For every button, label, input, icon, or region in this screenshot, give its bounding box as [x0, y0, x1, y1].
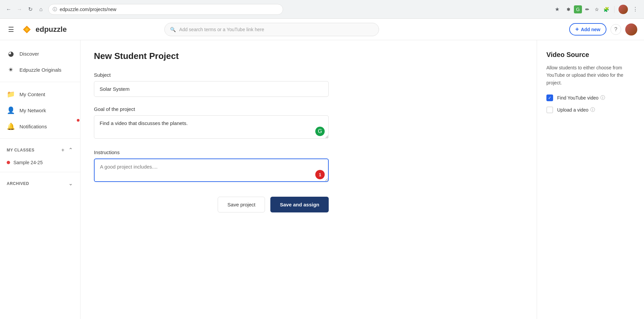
ext-puzzle-icon[interactable]: 🧩	[602, 5, 610, 13]
panel-description: Allow students to either choose from You…	[546, 64, 635, 86]
browser-profile-avatar[interactable]	[619, 5, 628, 14]
folder-icon: 📁	[7, 90, 15, 98]
sidebar-my-content-label: My Content	[19, 91, 45, 97]
bookmark-button[interactable]: ★	[552, 5, 562, 14]
url-text: edpuzzle.com/projects/new	[60, 7, 116, 12]
sample-class-label: Sample 24-25	[13, 160, 43, 165]
instructions-label: Instructions	[94, 149, 329, 155]
page-title: New Student Project	[94, 51, 523, 61]
search-icon: 🔍	[170, 27, 176, 32]
error-badge: 1	[315, 170, 325, 179]
youtube-option: ✓ Find YouTube video ⓘ	[546, 94, 635, 101]
sidebar-originals-label: Edpuzzle Originals	[19, 67, 61, 73]
app-container: ☰ edpuzzle 🔍 + Add new ?	[0, 19, 644, 319]
my-classes-actions: + ⌃	[61, 146, 73, 154]
bell-icon: 🔔	[7, 122, 15, 130]
upload-label: Upload a video ⓘ	[557, 107, 595, 113]
instructions-textarea-wrapper: 1	[94, 158, 329, 183]
youtube-checkbox[interactable]: ✓	[546, 94, 553, 101]
my-classes-header[interactable]: MY CLASSES + ⌃	[0, 143, 80, 157]
content-area: New Student Project Subject Goal of the …	[80, 40, 537, 319]
compass-icon: ◕	[7, 50, 15, 58]
help-icon: ?	[614, 26, 618, 33]
subject-group: Subject	[94, 72, 329, 97]
ext-green-icon[interactable]: G	[574, 5, 582, 13]
sidebar-item-my-content[interactable]: 📁 My Content	[0, 86, 80, 102]
sidebar-divider-3	[0, 172, 80, 172]
browser-chrome: ← → ↻ ⌂ ⓘ edpuzzle.com/projects/new ★ ❄ …	[0, 0, 644, 19]
subject-label: Subject	[94, 72, 329, 78]
logo-text: edpuzzle	[36, 25, 67, 34]
archived-header[interactable]: ARCHIVED ⌄	[0, 176, 80, 191]
class-dot	[7, 161, 10, 164]
grammarly-icon[interactable]: G	[315, 127, 325, 136]
instructions-textarea[interactable]	[94, 158, 329, 182]
upload-option: Upload a video ⓘ	[546, 107, 635, 113]
reload-button[interactable]: ↻	[25, 5, 35, 14]
sidebar-divider-2	[0, 138, 80, 139]
youtube-info-icon[interactable]: ⓘ	[600, 95, 605, 101]
save-and-assign-button[interactable]: Save and assign	[270, 197, 329, 212]
action-buttons: Save project Save and assign	[94, 197, 329, 219]
sample-class-item[interactable]: Sample 24-25	[0, 157, 80, 168]
right-panel: Video Source Allow students to either ch…	[537, 40, 644, 319]
ext-snowflake-icon[interactable]: ❄	[565, 5, 573, 13]
sidebar-discover-label: Discover	[19, 51, 39, 57]
sidebar-my-network-label: My Network	[19, 108, 46, 113]
expand-archived-button[interactable]: ⌄	[68, 180, 73, 187]
my-classes-label: MY CLASSES	[7, 148, 61, 152]
goal-group: Goal of the project Find a video that di…	[94, 106, 329, 140]
help-button[interactable]: ?	[610, 24, 621, 35]
plus-icon: +	[575, 26, 579, 33]
search-bar[interactable]: 🔍	[164, 23, 379, 36]
user-avatar[interactable]	[625, 23, 637, 36]
logo[interactable]: edpuzzle	[21, 23, 67, 36]
home-button[interactable]: ⌂	[36, 5, 46, 14]
form-section: Subject Goal of the project Find a video…	[94, 72, 329, 219]
address-bar[interactable]: ⓘ edpuzzle.com/projects/new	[48, 4, 283, 15]
secure-icon: ⓘ	[53, 6, 57, 12]
top-nav: ☰ edpuzzle 🔍 + Add new ?	[0, 19, 644, 40]
extension-icons: ❄ G ✏ ☆ 🧩	[565, 5, 610, 13]
instructions-group: Instructions 1	[94, 149, 329, 183]
youtube-label: Find YouTube video ⓘ	[557, 95, 605, 101]
subject-input[interactable]	[94, 81, 329, 97]
nav-right: + Add new ?	[569, 23, 637, 36]
sidebar-item-my-network[interactable]: 👤 My Network	[0, 102, 80, 118]
ext-pen-icon[interactable]: ✏	[583, 5, 591, 13]
upload-info-icon[interactable]: ⓘ	[590, 107, 595, 113]
goal-textarea-wrapper: Find a video that discusses the planets.…	[94, 115, 329, 140]
originals-icon: ✴	[7, 66, 15, 74]
separator	[614, 6, 614, 13]
ext-star-icon[interactable]: ☆	[593, 5, 601, 13]
sidebar-item-discover[interactable]: ◕ Discover	[0, 46, 80, 62]
back-button[interactable]: ←	[4, 5, 13, 14]
search-input[interactable]	[179, 27, 373, 32]
hamburger-button[interactable]: ☰	[7, 24, 15, 35]
sidebar-item-originals[interactable]: ✴ Edpuzzle Originals	[0, 62, 80, 78]
logo-icon	[21, 23, 33, 36]
sidebar-notifications-label: Notifications	[19, 124, 47, 129]
add-new-button[interactable]: + Add new	[569, 23, 606, 36]
upload-checkbox[interactable]	[546, 107, 553, 113]
panel-title: Video Source	[546, 51, 635, 59]
forward-button[interactable]: →	[15, 5, 24, 14]
browser-menu-button[interactable]: ⋮	[631, 5, 640, 14]
save-project-button[interactable]: Save project	[218, 197, 265, 212]
network-icon: 👤	[7, 106, 15, 114]
goal-label: Goal of the project	[94, 106, 329, 112]
collapse-classes-button[interactable]: ⌃	[68, 146, 73, 154]
sidebar-divider-1	[0, 82, 80, 82]
add-class-button[interactable]: +	[61, 146, 65, 154]
sidebar-item-notifications[interactable]: 🔔 Notifications	[0, 118, 80, 134]
add-new-label: Add new	[581, 27, 600, 32]
goal-textarea[interactable]: Find a video that discusses the planets.	[94, 115, 329, 139]
archived-label: ARCHIVED	[7, 181, 68, 186]
browser-right: ★ ❄ G ✏ ☆ 🧩 ⋮	[552, 5, 640, 14]
sidebar: ◕ Discover ✴ Edpuzzle Originals 📁 My Con…	[0, 40, 80, 319]
nav-buttons: ← → ↻ ⌂	[4, 5, 46, 14]
main-layout: ◕ Discover ✴ Edpuzzle Originals 📁 My Con…	[0, 40, 644, 319]
